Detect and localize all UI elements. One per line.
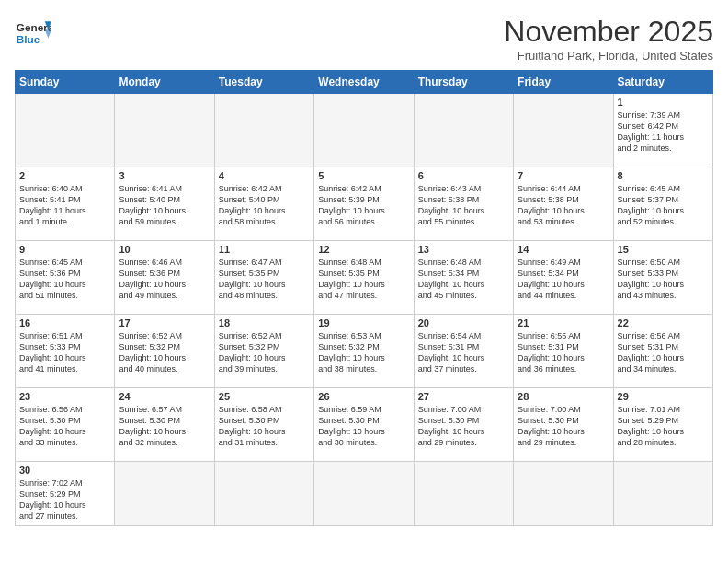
calendar-cell (16, 94, 115, 167)
weekday-header: Saturday (613, 71, 712, 94)
day-number: 21 (518, 317, 609, 328)
calendar-cell: 11Sunrise: 6:47 AM Sunset: 5:35 PM Dayli… (214, 241, 313, 315)
weekday-header: Wednesday (314, 71, 414, 94)
calendar-cell (314, 94, 414, 167)
cell-daylight-info: Sunrise: 6:56 AM Sunset: 5:31 PM Dayligh… (618, 330, 709, 375)
calendar-cell: 17Sunrise: 6:52 AM Sunset: 5:32 PM Dayli… (115, 315, 214, 388)
calendar-cell: 5Sunrise: 6:42 AM Sunset: 5:39 PM Daylig… (314, 167, 414, 241)
calendar-cell: 16Sunrise: 6:51 AM Sunset: 5:33 PM Dayli… (16, 315, 115, 388)
day-number: 19 (318, 317, 409, 328)
calendar-cell: 7Sunrise: 6:44 AM Sunset: 5:38 PM Daylig… (514, 167, 613, 241)
weekday-header: Tuesday (214, 71, 313, 94)
calendar-cell (514, 94, 613, 167)
day-number: 15 (618, 244, 709, 255)
day-number: 26 (318, 391, 409, 402)
calendar-cell (314, 462, 414, 526)
day-number: 11 (219, 244, 310, 255)
calendar-cell: 28Sunrise: 7:00 AM Sunset: 5:30 PM Dayli… (514, 388, 613, 462)
calendar-cell (115, 94, 214, 167)
calendar-cell: 10Sunrise: 6:46 AM Sunset: 5:36 PM Dayli… (115, 241, 214, 315)
cell-daylight-info: Sunrise: 7:00 AM Sunset: 5:30 PM Dayligh… (518, 404, 609, 449)
day-number: 20 (418, 317, 509, 328)
calendar-cell: 14Sunrise: 6:49 AM Sunset: 5:34 PM Dayli… (514, 241, 613, 315)
calendar-cell: 9Sunrise: 6:45 AM Sunset: 5:36 PM Daylig… (16, 241, 115, 315)
month-title: November 2025 (504, 15, 713, 49)
cell-daylight-info: Sunrise: 6:45 AM Sunset: 5:37 PM Dayligh… (618, 183, 709, 228)
cell-daylight-info: Sunrise: 6:46 AM Sunset: 5:36 PM Dayligh… (119, 257, 210, 302)
day-number: 27 (418, 391, 509, 402)
calendar-cell: 8Sunrise: 6:45 AM Sunset: 5:37 PM Daylig… (613, 167, 712, 241)
day-number: 29 (618, 391, 709, 402)
page-header: General Blue November 2025 Fruitland Par… (15, 15, 713, 63)
cell-daylight-info: Sunrise: 6:42 AM Sunset: 5:39 PM Dayligh… (318, 183, 409, 228)
cell-daylight-info: Sunrise: 6:56 AM Sunset: 5:30 PM Dayligh… (19, 404, 110, 449)
calendar-cell: 2Sunrise: 6:40 AM Sunset: 5:41 PM Daylig… (16, 167, 115, 241)
calendar-cell (514, 462, 613, 526)
cell-daylight-info: Sunrise: 6:53 AM Sunset: 5:32 PM Dayligh… (318, 330, 409, 375)
cell-daylight-info: Sunrise: 6:58 AM Sunset: 5:30 PM Dayligh… (219, 404, 310, 449)
cell-daylight-info: Sunrise: 6:50 AM Sunset: 5:33 PM Dayligh… (618, 257, 709, 302)
calendar-cell: 27Sunrise: 7:00 AM Sunset: 5:30 PM Dayli… (414, 388, 513, 462)
day-number: 7 (518, 170, 609, 181)
calendar-cell (414, 462, 513, 526)
day-number: 6 (418, 170, 509, 181)
cell-daylight-info: Sunrise: 6:48 AM Sunset: 5:34 PM Dayligh… (418, 257, 509, 302)
day-number: 4 (219, 170, 310, 181)
day-number: 1 (618, 97, 709, 108)
calendar-cell: 21Sunrise: 6:55 AM Sunset: 5:31 PM Dayli… (514, 315, 613, 388)
cell-daylight-info: Sunrise: 7:00 AM Sunset: 5:30 PM Dayligh… (418, 404, 509, 449)
title-block: November 2025 Fruitland Park, Florida, U… (504, 15, 713, 63)
calendar-cell: 13Sunrise: 6:48 AM Sunset: 5:34 PM Dayli… (414, 241, 513, 315)
day-number: 13 (418, 244, 509, 255)
day-number: 17 (119, 317, 210, 328)
cell-daylight-info: Sunrise: 6:42 AM Sunset: 5:40 PM Dayligh… (219, 183, 310, 228)
calendar-cell: 26Sunrise: 6:59 AM Sunset: 5:30 PM Dayli… (314, 388, 414, 462)
weekday-header: Sunday (16, 71, 115, 94)
day-number: 25 (219, 391, 310, 402)
calendar-cell: 30Sunrise: 7:02 AM Sunset: 5:29 PM Dayli… (16, 462, 115, 526)
calendar-cell: 29Sunrise: 7:01 AM Sunset: 5:29 PM Dayli… (613, 388, 712, 462)
cell-daylight-info: Sunrise: 6:40 AM Sunset: 5:41 PM Dayligh… (19, 183, 110, 228)
day-number: 16 (19, 317, 110, 328)
cell-daylight-info: Sunrise: 6:47 AM Sunset: 5:35 PM Dayligh… (219, 257, 310, 302)
calendar-cell (414, 94, 513, 167)
day-number: 3 (119, 170, 210, 181)
cell-daylight-info: Sunrise: 6:52 AM Sunset: 5:32 PM Dayligh… (119, 330, 210, 375)
day-number: 8 (618, 170, 709, 181)
calendar-cell: 1Sunrise: 7:39 AM Sunset: 6:42 PM Daylig… (613, 94, 712, 167)
day-number: 18 (219, 317, 310, 328)
cell-daylight-info: Sunrise: 6:44 AM Sunset: 5:38 PM Dayligh… (518, 183, 609, 228)
calendar-cell: 24Sunrise: 6:57 AM Sunset: 5:30 PM Dayli… (115, 388, 214, 462)
calendar-cell: 22Sunrise: 6:56 AM Sunset: 5:31 PM Dayli… (613, 315, 712, 388)
calendar-cell (613, 462, 712, 526)
cell-daylight-info: Sunrise: 6:41 AM Sunset: 5:40 PM Dayligh… (119, 183, 210, 228)
cell-daylight-info: Sunrise: 6:49 AM Sunset: 5:34 PM Dayligh… (518, 257, 609, 302)
day-number: 24 (119, 391, 210, 402)
day-number: 2 (19, 170, 110, 181)
day-number: 10 (119, 244, 210, 255)
cell-daylight-info: Sunrise: 7:02 AM Sunset: 5:29 PM Dayligh… (19, 477, 110, 523)
cell-daylight-info: Sunrise: 6:57 AM Sunset: 5:30 PM Dayligh… (119, 404, 210, 449)
day-number: 23 (19, 391, 110, 402)
calendar-cell: 18Sunrise: 6:52 AM Sunset: 5:32 PM Dayli… (214, 315, 313, 388)
day-number: 5 (318, 170, 409, 181)
calendar-cell (115, 462, 214, 526)
weekday-header: Monday (115, 71, 214, 94)
svg-text:Blue: Blue (17, 33, 40, 46)
cell-daylight-info: Sunrise: 6:55 AM Sunset: 5:31 PM Dayligh… (518, 330, 609, 375)
cell-daylight-info: Sunrise: 6:48 AM Sunset: 5:35 PM Dayligh… (318, 257, 409, 302)
cell-daylight-info: Sunrise: 6:51 AM Sunset: 5:33 PM Dayligh… (19, 330, 110, 375)
weekday-header: Thursday (414, 71, 513, 94)
calendar-header-row: SundayMondayTuesdayWednesdayThursdayFrid… (16, 71, 713, 94)
cell-daylight-info: Sunrise: 6:52 AM Sunset: 5:32 PM Dayligh… (219, 330, 310, 375)
cell-daylight-info: Sunrise: 7:01 AM Sunset: 5:29 PM Dayligh… (618, 404, 709, 449)
calendar-cell: 20Sunrise: 6:54 AM Sunset: 5:31 PM Dayli… (414, 315, 513, 388)
calendar-cell (214, 462, 313, 526)
calendar-cell: 3Sunrise: 6:41 AM Sunset: 5:40 PM Daylig… (115, 167, 214, 241)
cell-daylight-info: Sunrise: 6:43 AM Sunset: 5:38 PM Dayligh… (418, 183, 509, 228)
cell-daylight-info: Sunrise: 6:45 AM Sunset: 5:36 PM Dayligh… (19, 257, 110, 302)
day-number: 22 (618, 317, 709, 328)
calendar-cell: 12Sunrise: 6:48 AM Sunset: 5:35 PM Dayli… (314, 241, 414, 315)
cell-daylight-info: Sunrise: 6:59 AM Sunset: 5:30 PM Dayligh… (318, 404, 409, 449)
calendar-cell (214, 94, 313, 167)
